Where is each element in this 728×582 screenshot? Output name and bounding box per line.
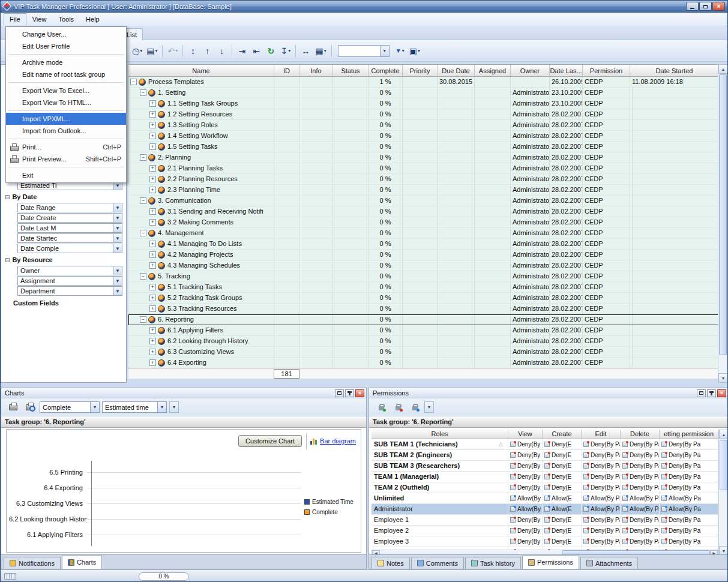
menu-item[interactable]: Import VPXML... [6,113,126,125]
task-row[interactable]: + 3.2 Making Comments 0 % Administrator … [128,217,719,228]
task-row[interactable]: + 2.3 Planning Time 0 % Administrator 28… [128,185,719,196]
permission-row[interactable]: Employee 1 Deny(By Pa Deny(E [372,515,718,526]
task-row[interactable]: + 4.1 Managing To Do Lists 0 % Administr… [128,239,719,250]
expand-toggle-icon[interactable]: + [149,111,156,118]
menu-item[interactable] [8,54,124,55]
permission-cell[interactable]: Allow(By Pa [621,504,660,514]
permission-cell[interactable]: Deny(By Pa [582,450,621,460]
permission-cell[interactable]: Deny(By Pa [508,515,543,525]
permission-row[interactable]: SUB TEAM 3 (Researchers) Deny(By Pa Deny… [372,461,718,472]
column-header[interactable]: Owner [511,65,550,76]
permission-cell[interactable]: Deny(By Pa [508,536,543,547]
toolbar-button[interactable]: ◷ ▾ [130,44,144,58]
column-header[interactable]: Info [299,65,333,76]
pin-panel-button[interactable] [345,389,354,397]
expand-toggle-icon[interactable]: − [140,273,146,280]
scroll-down-icon[interactable]: ▼ [718,373,728,383]
expand-toggle-icon[interactable]: − [140,197,146,204]
permission-cell[interactable]: Deny(By Pa [660,439,718,449]
permission-cell[interactable]: Deny(E [543,482,582,493]
task-row[interactable]: − 6. Reporting 0 % Administrator 28.02.2… [128,314,719,325]
permission-row[interactable]: Unlimited Allow(By Pa Allow(E [372,493,718,504]
chart-options-dropdown[interactable]: ▾ [169,401,179,413]
permission-row[interactable]: Administrator Allow(By Pa Allow(E [372,504,718,515]
task-row[interactable]: + 1.5 Setting Tasks 0 % Administrator 28… [128,142,719,152]
permission-cell[interactable]: Deny(By Pa [508,482,543,493]
menu-item[interactable]: Export View To Excel... [6,85,126,97]
filter-field[interactable]: Owner ▼ [17,266,122,275]
permission-cell[interactable]: Deny(By Pa [508,526,543,536]
menu-item[interactable]: Edit User Profile [6,40,126,52]
scrollbar-thumb[interactable] [719,74,727,355]
print-chart-button[interactable] [6,400,20,415]
permission-cell[interactable]: Deny(By Pa [621,439,660,449]
task-row[interactable]: − 1. Setting 0 % Administrator 23.10.200… [128,88,719,98]
toolbar-button[interactable]: ▦ ▾ [313,44,328,58]
permission-cell[interactable]: Deny(By Pa [621,482,660,493]
expand-toggle-icon[interactable]: + [149,122,156,128]
expand-toggle-icon[interactable]: + [149,349,156,355]
permissions-scrollbar[interactable]: ▲ ▼ [718,430,728,556]
task-row[interactable]: + 1.2 Setting Resources 0 % Administrato… [128,109,719,120]
permission-cell[interactable]: Deny(E [543,472,582,482]
customize-chart-button[interactable]: Customize Chart [238,435,302,447]
permission-cell[interactable]: Deny(By Pa [621,461,660,471]
bottom-tab[interactable]: Notes [372,557,410,569]
menu-bar-item[interactable]: View [26,13,53,25]
custom-fields-header[interactable]: Custom Fields [1,296,126,308]
menu-item[interactable]: Edit name of root task group [6,68,126,80]
chevron-down-icon[interactable]: ▾ [90,402,99,412]
combo-dropdown-icon[interactable]: ▾ [380,46,389,56]
permission-cell[interactable]: Deny(By Pa [621,526,660,536]
task-row[interactable]: + 4.3 Managing Schedules 0 % Administrat… [128,260,719,271]
permission-cell[interactable]: Allow(By Pa [621,493,660,503]
bottom-tab[interactable]: Notifications [4,557,61,569]
restore-panel-button[interactable] [335,389,344,397]
chevron-down-icon[interactable]: ▼ [113,203,122,212]
permission-row[interactable]: TEAM 2 (Outfield) Deny(By Pa Deny(E [372,482,718,493]
permission-cell[interactable]: Deny(By Pa [508,439,543,449]
bottom-tab[interactable]: Attachments [580,557,638,569]
task-row[interactable]: + 1.3 Setting Roles 0 % Administrator 28… [128,120,719,131]
bottom-tab[interactable]: Task history [465,557,521,569]
chevron-down-icon[interactable]: ▼ [113,214,122,222]
menu-bar-item[interactable]: Help [80,13,106,25]
toolbar-button[interactable] [182,45,183,57]
permission-row[interactable]: TEAM 1 (Managerial) Deny(By Pa Deny(E [372,472,718,482]
permission-cell[interactable]: Deny(E [543,526,582,536]
permission-cell[interactable]: Deny(E [543,439,582,449]
expand-toggle-icon[interactable]: + [149,219,156,226]
permission-cell[interactable]: Deny(By Pa [660,482,718,493]
permission-cell[interactable]: Deny(By Pa [660,461,718,471]
permissions-column-header[interactable]: Roles [372,430,508,439]
toolbar-button[interactable]: ▼ ▾ [393,44,407,58]
bar-diagram-link[interactable]: Bar diagram [310,437,356,445]
permission-cell[interactable]: Deny(E [543,450,582,460]
column-header[interactable]: Assigned [475,65,511,76]
set-permission-button[interactable] [408,400,422,415]
menu-item[interactable] [8,167,124,167]
close-panel-button[interactable]: × [717,389,726,397]
filter-section-header[interactable]: ⊟ By Resource [1,254,126,265]
task-row[interactable]: + 3.1 Sending and Receiving Notifi 0 % A… [128,206,719,217]
permission-cell[interactable]: Allow(By Pa [660,504,718,514]
menu-item[interactable] [8,82,124,83]
permission-cell[interactable]: Deny(By Pa [660,515,718,525]
permissions-column-header[interactable]: Edit [582,430,621,439]
permission-cell[interactable]: Allow(By Pa [508,504,543,514]
column-header[interactable]: Due Date [438,65,475,76]
permission-cell[interactable]: Allow(E [543,493,582,503]
menu-item[interactable]: Print Preview... Shift+Ctrl+P [6,153,126,165]
permissions-column-header[interactable]: View [508,430,543,439]
permission-cell[interactable]: Deny(By Pa [582,439,621,449]
filter-field[interactable]: Department ▼ [17,286,122,296]
permission-cell[interactable]: Deny(By Pa [508,450,543,460]
horizontal-splitter[interactable] [1,383,727,388]
print-preview-button[interactable] [23,400,37,415]
expand-toggle-icon[interactable]: − [140,316,146,323]
permission-cell[interactable]: Deny(By Pa [621,450,660,460]
expand-toggle-icon[interactable]: − [140,89,146,96]
toolbar-button[interactable]: ↻ [264,44,278,58]
expand-toggle-icon[interactable]: + [149,284,156,290]
column-header[interactable]: Permission [583,65,630,76]
